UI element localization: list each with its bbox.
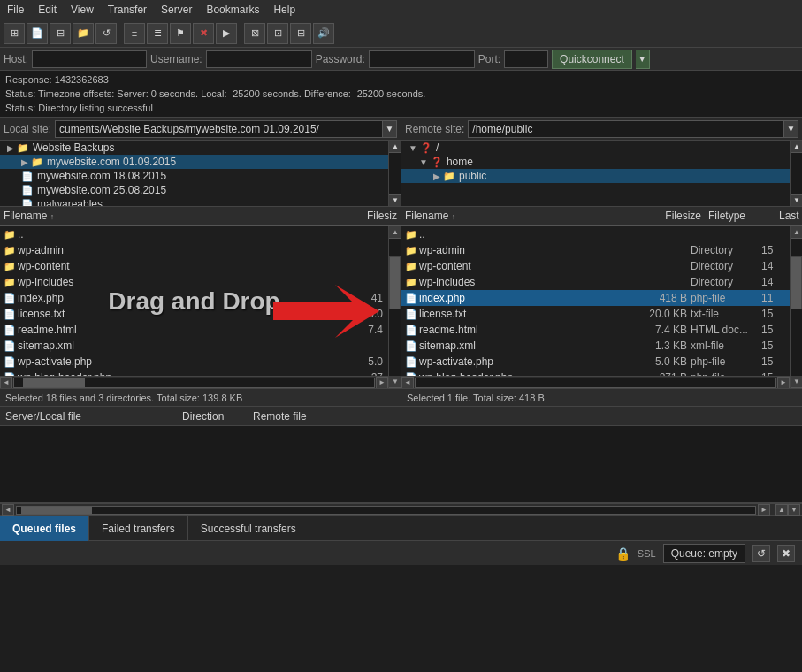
remote-file-dotdot[interactable]: 📁 .. [401,226,790,242]
local-file-wp-admin[interactable]: 📁 wp-admin [0,242,388,258]
quickconnect-button[interactable]: Quickconnect [552,50,632,69]
tab-successful[interactable]: Successful transfers [188,516,309,541]
password-label: Password: [316,53,365,65]
toolbar-btn-1[interactable]: ⊞ [4,23,25,44]
remote-vscroll-up[interactable]: ▲ [791,226,802,239]
local-tree-scroll-down[interactable]: ▼ [389,194,401,206]
remote-col-filename[interactable]: Filename ↑ [401,208,643,224]
remote-col-filetype[interactable]: Filetype [705,208,775,224]
tab-failed[interactable]: Failed transfers [89,516,188,541]
local-hscroll-right[interactable]: ► [376,377,388,389]
local-file-list[interactable]: Drag and Drop 📁 .. [0,226,388,376]
bottom-vscroll-up[interactable]: ▲ [775,504,788,516]
local-file-dotdot[interactable]: 📁 .. [0,226,388,242]
remote-file-list[interactable]: 📁 .. 📁 wp-admin Directory 15 � [401,226,790,376]
tree-item-mywebsite-08-18[interactable]: 📄 mywebsite.com 18.08.2015 [0,169,401,183]
remote-file-sitemap[interactable]: 📄 sitemap.xml 1.3 KB xml-file 15 [401,338,790,354]
remote-file-wp-blog-header[interactable]: 📄 wp-blog-header.php 271 B php-file 15 [401,370,790,376]
quickconnect-dropdown[interactable]: ▼ [636,50,650,69]
remote-tree-scroll-down[interactable]: ▼ [791,194,802,206]
local-vscroll[interactable]: ▲ ▼ [388,226,401,388]
tree-item-mywebsite-08-25[interactable]: 📄 mywebsite.com 25.08.2015 [0,183,401,197]
bottom-hscroll-right[interactable]: ► [758,504,770,516]
toolbar-btn-3[interactable]: ⊟ [50,23,71,44]
remote-file-index-php[interactable]: 📄 index.php 418 B php-file 11 [401,290,790,306]
menu-help[interactable]: Help [266,2,302,18]
menu-file[interactable]: File [0,2,31,18]
toolbar-btn-13[interactable]: ⊟ [290,23,311,44]
menu-server[interactable]: Server [154,2,199,18]
remote-hscroll-right[interactable]: ► [777,377,790,389]
menu-view[interactable]: View [64,2,101,18]
remote-file-wp-content[interactable]: 📁 wp-content Directory 14 [401,258,790,274]
remote-vscroll-down[interactable]: ▼ [791,376,802,388]
username-input[interactable] [206,50,312,68]
local-site-path[interactable] [55,120,383,138]
remote-col-filesize[interactable]: Filesize [643,208,705,224]
local-hscroll-track[interactable] [13,378,375,388]
local-file-wp-content[interactable]: 📁 wp-content [0,258,388,274]
toolbar-btn-10[interactable]: ▶ [216,23,237,44]
local-hscroll[interactable]: ◄ ► [0,376,388,388]
toolbar-btn-6[interactable]: ≡ [124,23,145,44]
remote-file-wp-activate[interactable]: 📄 wp-activate.php 5.0 KB php-file 15 [401,354,790,370]
toolbar-btn-9[interactable]: ✖ [193,23,214,44]
local-col-filename[interactable]: Filename ↑ [0,208,356,224]
toolbar-btn-7[interactable]: ≣ [147,23,168,44]
bottom-hscroll-left[interactable]: ◄ [2,504,14,516]
local-file-index-php[interactable]: 📄 index.php 41 [0,290,388,306]
remote-tree-public[interactable]: ▶ 📁 public [401,169,802,183]
local-hscroll-left[interactable]: ◄ [0,377,12,389]
refresh-button[interactable]: ↺ [752,545,770,562]
local-col-filesize[interactable]: Filesiz [356,208,401,224]
remote-vscroll[interactable]: ▲ ▼ [790,226,802,388]
remote-tree-scroll-up[interactable]: ▲ [791,141,802,153]
toolbar-btn-5[interactable]: ↺ [95,23,117,44]
menu-transfer[interactable]: Transfer [101,2,154,18]
menu-edit[interactable]: Edit [31,2,64,18]
local-file-wp-blog-header[interactable]: 📄 wp-blog-header.php 27 [0,370,388,376]
local-file-sitemap[interactable]: 📄 sitemap.xml [0,338,388,354]
remote-hscroll-track[interactable] [415,378,776,388]
connection-bar: Host: Username: Password: Port: Quickcon… [0,48,802,71]
toolbar-btn-14[interactable]: 🔊 [313,23,334,44]
remote-file-wp-admin[interactable]: 📁 wp-admin Directory 15 [401,242,790,258]
tree-item-website-backups[interactable]: ▶ 📁 Website Backups [0,141,401,155]
host-input[interactable] [32,50,147,68]
bottom-vscroll-down[interactable]: ▼ [788,504,800,516]
password-input[interactable] [369,50,475,68]
bottom-hscroll-track[interactable] [16,506,756,515]
toolbar-btn-12[interactable]: ⊡ [267,23,288,44]
tab-queued[interactable]: Queued files [0,516,89,541]
toolbar-btn-8[interactable]: ⚑ [170,23,191,44]
remote-file-readme[interactable]: 📄 readme.html 7.4 KB HTML doc... 15 [401,322,790,338]
remote-site-dropdown[interactable]: ▼ [784,120,798,138]
remote-vscroll-track[interactable] [791,239,802,376]
stop-button[interactable]: ✖ [777,545,795,562]
local-vscroll-track[interactable] [389,239,401,376]
menu-bookmarks[interactable]: Bookmarks [199,2,266,18]
local-file-readme[interactable]: 📄 readme.html 7.4 [0,322,388,338]
remote-hscroll[interactable]: ◄ ► [401,376,790,388]
remote-hscroll-left[interactable]: ◄ [401,377,414,389]
remote-tree-home[interactable]: ▼ ❓ home [401,155,802,169]
local-tree-scroll-up[interactable]: ▲ [389,141,401,153]
local-file-license[interactable]: 📄 license.txt 20.0 [0,306,388,322]
bottom-scrollbar-area[interactable]: ◄ ► ▲ ▼ [0,503,802,515]
remote-file-wp-includes[interactable]: 📁 wp-includes Directory 14 [401,274,790,290]
local-vscroll-up[interactable]: ▲ [389,226,401,239]
tree-item-malware[interactable]: 📄 malwareables [0,197,401,207]
remote-col-last[interactable]: Last [775,208,802,224]
local-file-wp-activate[interactable]: 📄 wp-activate.php 5.0 [0,354,388,370]
remote-site-path[interactable] [468,120,784,138]
remote-tree-root[interactable]: ▼ ❓ / [401,141,802,155]
tree-item-mywebsite-09[interactable]: ▶ 📁 mywebsite.com 01.09.2015 [0,155,401,169]
port-input[interactable] [504,50,548,68]
local-site-dropdown[interactable]: ▼ [383,120,397,138]
local-vscroll-down[interactable]: ▼ [389,376,401,388]
local-file-wp-includes[interactable]: 📁 wp-includes [0,274,388,290]
toolbar-btn-11[interactable]: ⊠ [244,23,265,44]
toolbar-btn-2[interactable]: 📄 [27,23,48,44]
toolbar-btn-4[interactable]: 📁 [73,23,94,44]
remote-file-license[interactable]: 📄 license.txt 20.0 KB txt-file 15 [401,306,790,322]
